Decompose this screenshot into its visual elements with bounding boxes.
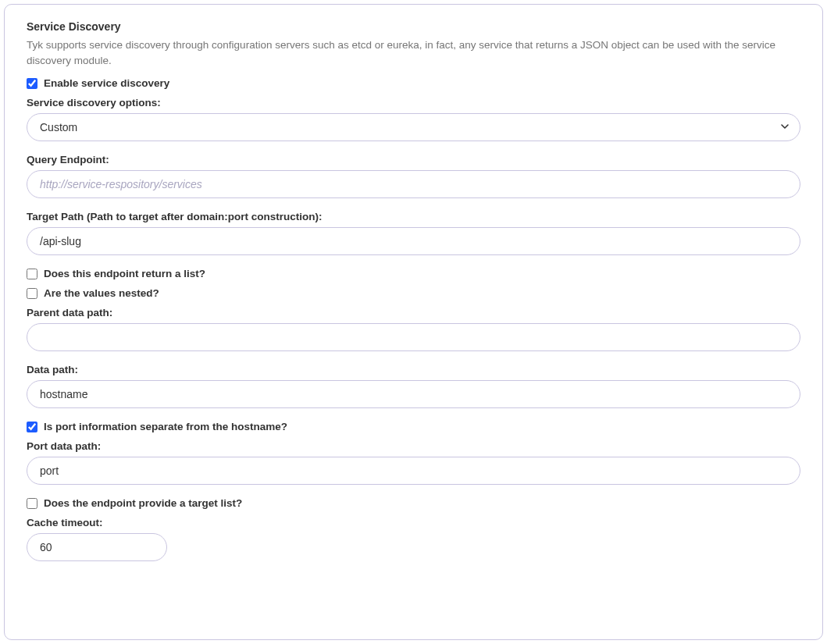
cache-timeout-label: Cache timeout: [27, 517, 800, 528]
sd-options-label: Service discovery options: [27, 97, 800, 109]
parent-data-path-field: Parent data path: [27, 307, 800, 351]
cache-timeout-field: Cache timeout: [27, 517, 800, 561]
port-data-path-label: Port data path: [27, 440, 800, 452]
target-list-checkbox[interactable] [27, 498, 37, 509]
enable-service-discovery-label[interactable]: Enable service discovery [44, 77, 169, 89]
sd-options-select[interactable]: Custom [27, 113, 800, 141]
port-separate-row: Is port information separate from the ho… [27, 421, 800, 432]
section-description: Tyk supports service discovery through c… [27, 37, 800, 68]
target-path-label: Target Path (Path to target after domain… [27, 211, 800, 222]
target-path-input[interactable] [27, 227, 800, 255]
data-path-field: Data path: [27, 364, 800, 408]
port-separate-label[interactable]: Is port information separate from the ho… [44, 421, 287, 432]
returns-list-checkbox[interactable] [27, 269, 37, 279]
target-path-field: Target Path (Path to target after domain… [27, 211, 800, 255]
cache-timeout-input[interactable] [27, 533, 167, 561]
service-discovery-panel: Service Discovery Tyk supports service d… [4, 4, 823, 640]
parent-data-path-input[interactable] [27, 323, 800, 351]
query-endpoint-field: Query Endpoint: [27, 154, 800, 198]
enable-service-discovery-row: Enable service discovery [27, 77, 800, 89]
query-endpoint-input[interactable] [27, 170, 800, 198]
returns-list-row: Does this endpoint return a list? [27, 268, 800, 279]
port-separate-checkbox[interactable] [27, 422, 37, 432]
values-nested-row: Are the values nested? [27, 287, 800, 299]
parent-data-path-label: Parent data path: [27, 307, 800, 318]
target-list-label[interactable]: Does the endpoint provide a target list? [44, 497, 242, 509]
data-path-label: Data path: [27, 364, 800, 375]
query-endpoint-label: Query Endpoint: [27, 154, 800, 165]
values-nested-checkbox[interactable] [27, 288, 37, 299]
data-path-input[interactable] [27, 380, 800, 408]
sd-options-field: Service discovery options: Custom [27, 97, 800, 141]
returns-list-label[interactable]: Does this endpoint return a list? [44, 268, 205, 279]
section-title: Service Discovery [27, 20, 800, 33]
target-list-row: Does the endpoint provide a target list? [27, 497, 800, 509]
values-nested-label[interactable]: Are the values nested? [44, 287, 159, 299]
sd-options-select-wrapper: Custom [27, 113, 800, 141]
port-data-path-input[interactable] [27, 457, 800, 485]
port-data-path-field: Port data path: [27, 440, 800, 485]
enable-service-discovery-checkbox[interactable] [27, 78, 37, 89]
